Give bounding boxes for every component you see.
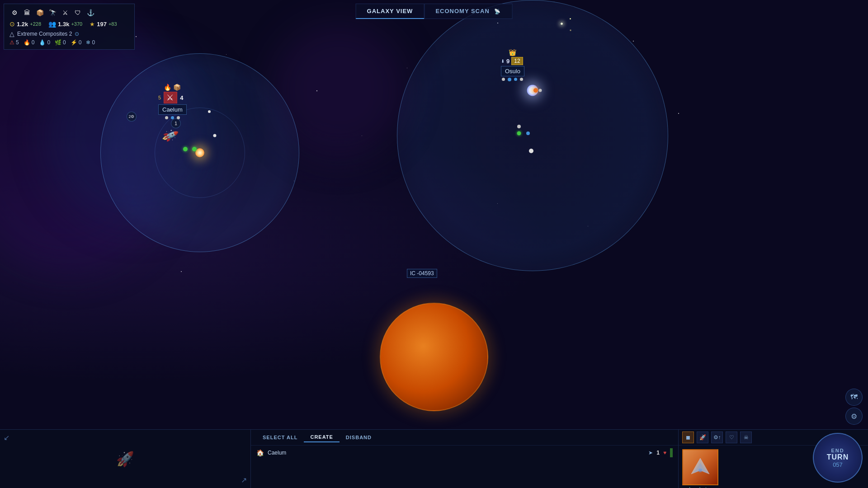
osulo-planet-1[interactable] [517, 125, 521, 128]
bottom-panel: ↙ ↗ 🚀 SELECT ALL CREATE DISBAND 🏠 Caelum… [0, 429, 868, 488]
settings-icon: ⚙ [851, 412, 857, 421]
caelum-unit-count: 4 [180, 94, 183, 101]
fleet-location-icon: 🏠 [256, 449, 264, 456]
ic-planet[interactable] [380, 303, 488, 411]
minimap-icon: 🗺 [850, 393, 858, 401]
bottom-left-panel: ↙ ↗ 🚀 [0, 429, 251, 488]
incubator-skull-btn[interactable]: ☠ [740, 432, 752, 443]
star-lanes [0, 0, 136, 68]
incubator-select-btn[interactable]: ◼ [682, 432, 694, 443]
caelum-planet-1[interactable] [183, 147, 188, 151]
caelum-name-label[interactable]: Caelum [158, 104, 187, 115]
incubator-upgrade-btn[interactable]: ⚙↑ [711, 432, 723, 443]
caelum-orbit-dot-1 [165, 116, 168, 119]
ic-04593-label[interactable]: IC -04593 [407, 269, 437, 278]
osulo-orbit-dot-2[interactable] [514, 78, 517, 81]
star [633, 41, 634, 42]
caelum-orbit-dot-2[interactable] [171, 116, 174, 119]
corner-arrow-tl: ↙ [4, 433, 9, 442]
fleet-list: 🏠 Caelum ➤ 1 ♥ [251, 446, 678, 460]
star [136, 36, 137, 37]
end-turn-turn-label: TURN [827, 453, 849, 461]
osulo-planet-warm[interactable] [533, 88, 538, 93]
caelum-info-panel[interactable]: 🔥 📦 5 ⚔ 4 Caelum [158, 84, 187, 119]
minimap-button[interactable]: 🗺 [845, 389, 863, 406]
bottom-mid-panel: SELECT ALL CREATE DISBAND 🏠 Caelum ➤ 1 ♥ [251, 429, 678, 488]
corner-arrow-br: ↗ [241, 476, 247, 484]
osulo-info-panel[interactable]: 👑 ⬇ 9 12 Osulo [501, 49, 524, 81]
caelum-planet-3[interactable] [213, 134, 217, 137]
fleet-placeholder-icon: 🚀 [116, 450, 134, 468]
osulo-planet-5[interactable] [539, 89, 542, 92]
caelum-orbit-dot-3 [177, 116, 180, 119]
incubator-move-btn[interactable]: 🚀 [697, 432, 708, 443]
svg-point-9 [698, 469, 702, 472]
star [181, 271, 182, 272]
incubator-name-label: Incubator [689, 486, 712, 488]
right-side-buttons: 🗺 ⚙ [845, 389, 863, 425]
caelum-planet-4[interactable] [208, 110, 211, 113]
caelum-star[interactable] [195, 148, 204, 157]
fleet-badge-2[interactable]: 2⚙ [127, 112, 137, 122]
fleet-health-bar [670, 448, 673, 457]
star [226, 54, 226, 55]
star [362, 136, 362, 136]
star [316, 90, 317, 91]
osulo-orbit-dot-1 [502, 78, 505, 81]
end-turn-end-label: END [831, 448, 844, 453]
osulo-orbit-dot-3 [520, 78, 523, 81]
osulo-move-icon: ⬇ [501, 59, 505, 64]
select-all-button[interactable]: SELECT ALL [256, 433, 304, 442]
game-map[interactable]: 1 🚀 🔥 📦 5 ⚔ 4 Caelum 2⚙ [0, 0, 868, 488]
star [678, 113, 679, 114]
osulo-gold: 12 [511, 57, 523, 65]
osulo-name-label[interactable]: Osulo [501, 66, 524, 76]
incubator-heart-btn[interactable]: ♡ [726, 432, 737, 443]
fleet-row-caelum[interactable]: 🏠 Caelum ➤ 1 ♥ [256, 448, 673, 457]
ship-svg [687, 456, 714, 479]
osulo-planet-3[interactable] [526, 131, 530, 135]
fleet-move-icon: ➤ [648, 450, 653, 456]
osulo-planet-4[interactable] [529, 149, 533, 153]
fleet-heart-icon: ♥ [663, 450, 666, 456]
create-button[interactable]: CREATE [304, 432, 339, 442]
osulo-planet-2[interactable] [517, 131, 521, 136]
unit-badge-caelum[interactable]: 1 [171, 118, 181, 128]
caelum-planet-2[interactable] [192, 147, 197, 151]
caelum-move: 5 [158, 95, 161, 100]
end-turn-button[interactable]: END TURN 057 [813, 433, 863, 483]
crown-icon: 👑 [509, 49, 516, 56]
incubator-ship-display[interactable] [682, 449, 718, 485]
osulo-territory[interactable] [397, 0, 668, 271]
end-turn-number: 057 [833, 461, 843, 468]
osulo-orbit-dot-active[interactable] [508, 78, 511, 81]
disband-button[interactable]: DISBAND [340, 433, 378, 442]
settings-button[interactable]: ⚙ [845, 408, 863, 425]
star [407, 68, 407, 68]
fleet-actions-bar: SELECT ALL CREATE DISBAND [251, 430, 678, 446]
osulo-level: 9 [506, 58, 509, 65]
